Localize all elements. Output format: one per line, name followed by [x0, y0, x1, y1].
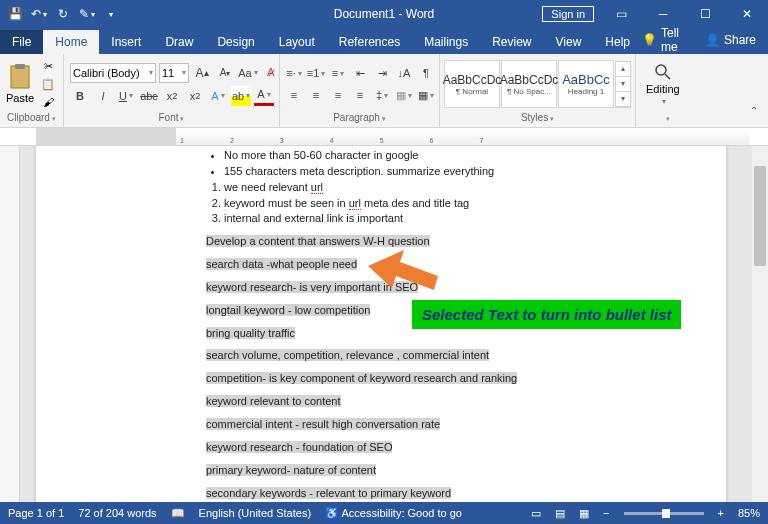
style-no-spacing[interactable]: AaBbCcDc¶ No Spac...: [501, 60, 557, 108]
bold-button[interactable]: B: [70, 86, 90, 106]
indent-left-icon[interactable]: ⇤: [350, 63, 370, 83]
view-print-icon[interactable]: ▤: [555, 507, 565, 520]
selected-line[interactable]: Develop a content that answers W-H quest…: [206, 234, 726, 249]
shading-icon[interactable]: ▦▾: [394, 85, 414, 105]
styles-more-icon[interactable]: ▾: [616, 92, 630, 107]
tab-help[interactable]: Help: [593, 30, 642, 54]
bullets-button[interactable]: ≡·▾: [284, 63, 304, 83]
zoom-slider[interactable]: [624, 512, 704, 515]
tab-view[interactable]: View: [544, 30, 594, 54]
minimize-icon[interactable]: ─: [642, 0, 684, 28]
styles-up-icon[interactable]: ▴: [616, 62, 630, 77]
vertical-ruler[interactable]: [0, 146, 20, 502]
tab-references[interactable]: References: [327, 30, 412, 54]
style-normal[interactable]: AaBbCcDc¶ Normal: [444, 60, 500, 108]
close-icon[interactable]: ✕: [726, 0, 768, 28]
status-language[interactable]: English (United States): [199, 507, 312, 519]
tab-mailings[interactable]: Mailings: [412, 30, 480, 54]
align-center-icon[interactable]: ≡: [306, 85, 326, 105]
list-item: No more than 50-60 character in google: [224, 148, 726, 163]
view-read-icon[interactable]: ▭: [531, 507, 541, 520]
tab-insert[interactable]: Insert: [99, 30, 153, 54]
selected-line[interactable]: secondary keywords - relevant to primary…: [206, 486, 726, 501]
svg-rect-1: [15, 64, 25, 69]
list-item: keyword must be seen in url meta des and…: [224, 196, 726, 211]
redo-icon[interactable]: ↻: [52, 3, 74, 25]
status-page[interactable]: Page 1 of 1: [8, 507, 64, 519]
clear-format-icon[interactable]: A̷: [261, 63, 281, 83]
selected-line[interactable]: commercial intent - result high conversa…: [206, 417, 726, 432]
borders-icon[interactable]: ▦▾: [416, 85, 436, 105]
svg-rect-0: [11, 66, 29, 88]
status-words[interactable]: 72 of 204 words: [78, 507, 156, 519]
align-left-icon[interactable]: ≡: [284, 85, 304, 105]
zoom-in-icon[interactable]: +: [718, 507, 724, 519]
list-item: we need relevant url: [224, 180, 726, 195]
multilevel-button[interactable]: ≡▾: [328, 63, 348, 83]
scrollbar-thumb[interactable]: [754, 166, 766, 266]
tab-review[interactable]: Review: [480, 30, 543, 54]
status-spellcheck-icon[interactable]: 📖: [171, 507, 185, 520]
sign-in-button[interactable]: Sign in: [542, 6, 594, 22]
strike-button[interactable]: abc: [139, 86, 159, 106]
ribbon-display-icon[interactable]: ▭: [600, 0, 642, 28]
status-accessibility[interactable]: ♿ Accessibility: Good to go: [325, 507, 462, 520]
zoom-level[interactable]: 85%: [738, 507, 760, 519]
tell-me-button[interactable]: 💡Tell me: [642, 26, 691, 54]
copy-icon[interactable]: 📋: [40, 76, 56, 92]
grow-font-icon[interactable]: A▴: [192, 63, 212, 83]
undo-icon[interactable]: ↶▾: [28, 3, 50, 25]
align-right-icon[interactable]: ≡: [328, 85, 348, 105]
tab-draw[interactable]: Draw: [153, 30, 205, 54]
horizontal-ruler[interactable]: 1234567: [0, 128, 768, 146]
svg-point-2: [656, 65, 666, 75]
superscript-button[interactable]: x2: [185, 86, 205, 106]
svg-line-3: [665, 74, 670, 79]
save-icon[interactable]: 💾: [4, 3, 26, 25]
selected-line[interactable]: primary keyword- nature of content: [206, 463, 726, 478]
numbering-button[interactable]: ≡1▾: [306, 63, 326, 83]
italic-button[interactable]: I: [93, 86, 113, 106]
styles-down-icon[interactable]: ▾: [616, 77, 630, 92]
touch-mode-icon[interactable]: ✎▾: [76, 3, 98, 25]
selected-line[interactable]: search data -what people need: [206, 257, 726, 272]
collapse-ribbon-icon[interactable]: ⌃: [744, 100, 764, 120]
style-heading-1[interactable]: AaBbCcHeading 1: [558, 60, 614, 108]
show-marks-icon[interactable]: ¶: [416, 63, 436, 83]
justify-icon[interactable]: ≡: [350, 85, 370, 105]
format-painter-icon[interactable]: 🖌: [40, 94, 56, 110]
qat-customize-icon[interactable]: ▾: [100, 3, 122, 25]
share-button[interactable]: 👤Share: [705, 33, 756, 47]
list-item: internal and external link is important: [224, 211, 726, 226]
selected-line[interactable]: keyword research- is very important in S…: [206, 280, 726, 295]
change-case-icon[interactable]: Aa▾: [238, 63, 258, 83]
underline-button[interactable]: U▾: [116, 86, 136, 106]
zoom-out-icon[interactable]: −: [603, 507, 609, 519]
paste-button[interactable]: Paste: [4, 64, 36, 104]
font-color-icon[interactable]: A▾: [254, 86, 274, 106]
sort-icon[interactable]: ↓A: [394, 63, 414, 83]
selected-line[interactable]: keyword research - foundation of SEO: [206, 440, 726, 455]
tab-layout[interactable]: Layout: [267, 30, 327, 54]
maximize-icon[interactable]: ☐: [684, 0, 726, 28]
tab-design[interactable]: Design: [205, 30, 266, 54]
subscript-button[interactable]: x2: [162, 86, 182, 106]
group-styles: Styles: [444, 112, 631, 125]
list-item: 155 characters meta description. summari…: [224, 164, 726, 179]
editing-button[interactable]: Editing▾: [640, 63, 686, 106]
view-web-icon[interactable]: ▦: [579, 507, 589, 520]
shrink-font-icon[interactable]: A▾: [215, 63, 235, 83]
text-effects-icon[interactable]: A▾: [208, 86, 228, 106]
font-name-select[interactable]: Calibri (Body)▾: [70, 63, 156, 83]
font-size-select[interactable]: 11▾: [159, 63, 189, 83]
tab-file[interactable]: File: [0, 30, 43, 54]
cut-icon[interactable]: ✂: [40, 58, 56, 74]
tab-home[interactable]: Home: [43, 30, 99, 54]
selected-line[interactable]: search volume, competition, relevance , …: [206, 348, 726, 363]
indent-right-icon[interactable]: ⇥: [372, 63, 392, 83]
line-spacing-icon[interactable]: ‡▾: [372, 85, 392, 105]
selected-line[interactable]: keyword relevant to content: [206, 394, 726, 409]
highlight-icon[interactable]: ab▾: [231, 86, 251, 106]
selected-line[interactable]: competition- is key component of keyword…: [206, 371, 726, 386]
vertical-scrollbar[interactable]: [752, 146, 768, 502]
